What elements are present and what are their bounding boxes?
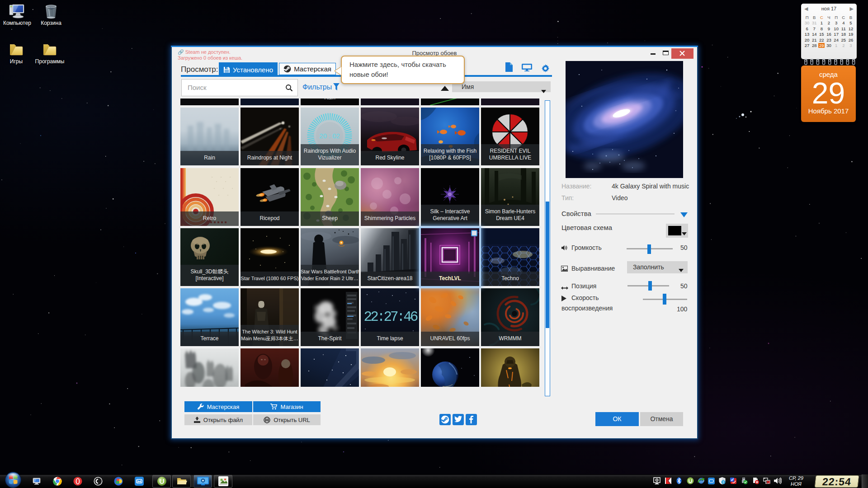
svg-text:20 : 02: 20 : 02: [319, 132, 340, 140]
svg-text:!: !: [723, 481, 724, 484]
svg-text:22:27:46: 22:27:46: [364, 309, 418, 325]
